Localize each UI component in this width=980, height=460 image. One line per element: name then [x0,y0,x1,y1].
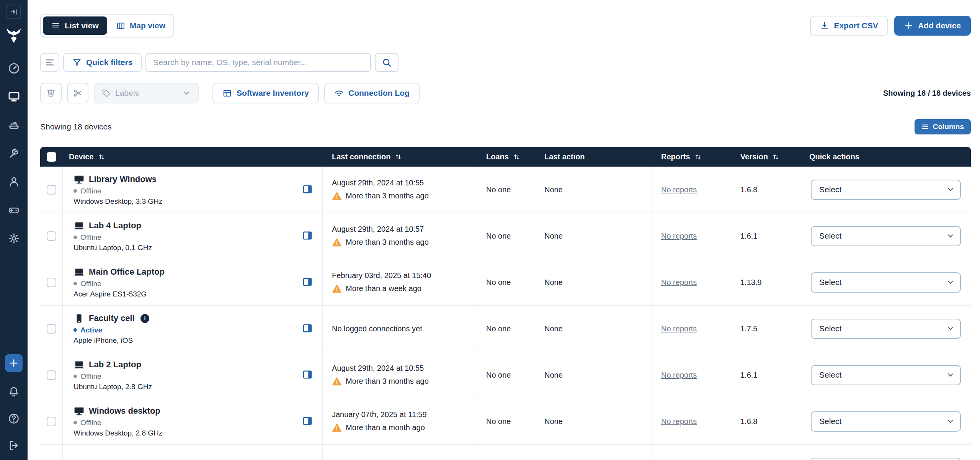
info-icon[interactable]: i [140,314,149,323]
row-checkbox[interactable] [47,370,56,380]
last-connection-date: January 07th, 2025 at 11:59 [332,410,427,419]
list-view-button[interactable]: List view [43,16,107,35]
open-side-panel-button[interactable] [302,230,313,242]
row-checkbox[interactable] [47,278,56,287]
reports-link[interactable]: No reports [661,371,697,380]
row-checkbox[interactable] [47,324,56,334]
quick-actions-select[interactable]: Select [811,365,961,385]
status-label: Offline [80,233,101,242]
open-side-panel-button[interactable] [302,369,313,381]
column-header-device[interactable]: Device [63,152,323,161]
column-header-last-connection[interactable]: Last connection [323,152,477,161]
device-subtitle: Ubuntu Laptop, 2.8 GHz [74,383,152,391]
desktop-icon [74,406,85,417]
device-name[interactable]: Main Office Laptop [89,267,165,277]
reports-link[interactable]: No reports [661,232,697,241]
quick-actions-cell: Select [800,306,971,352]
warning-text: More than 3 months ago [346,238,429,247]
panel-icon [302,323,313,334]
column-header-loans[interactable]: Loans [477,152,535,161]
sidebar-notifications-button[interactable] [7,385,21,399]
column-header-reports[interactable]: Reports [652,152,731,161]
select-all-checkbox[interactable] [47,152,56,162]
quick-actions-select[interactable]: Select [811,226,961,246]
export-csv-button[interactable]: Export CSV [810,16,888,36]
quick-actions-cell: Select [800,445,971,460]
laptop-icon [74,267,85,278]
column-label: Reports [661,152,690,161]
quick-actions-select[interactable]: Select [811,272,961,293]
last-connection-cell: August 29th, 2024 at 12:06 [323,445,477,460]
add-device-button[interactable]: Add device [894,16,971,36]
sidebar-add-button[interactable] [5,354,23,372]
device-name[interactable]: Lab 2 Laptop [89,360,141,370]
chevron-down-icon [946,232,955,240]
loans-cell: No one [477,167,535,213]
quick-filters-button[interactable]: Quick filters [63,53,142,72]
sidebar-item-dashboard[interactable] [7,61,21,75]
column-header-quick-actions: Quick actions [800,152,971,161]
collapse-sidebar-button[interactable] [7,5,21,19]
sort-icon [394,153,402,161]
status-dot-icon [74,421,77,424]
reports-link[interactable]: No reports [661,185,697,194]
device-status: Offline [74,187,101,195]
software-inventory-button[interactable]: Software Inventory [212,83,319,103]
search-input[interactable] [145,53,371,72]
column-header-version[interactable]: Version [731,152,800,161]
quick-actions-select[interactable]: Select [811,319,961,339]
sidebar-item-ship[interactable] [7,118,21,132]
map-view-button[interactable]: Map view [110,16,172,35]
reports-cell [652,445,731,460]
main-content: List view Map view Export CSV Add device [28,0,980,460]
sort-icon [772,153,780,161]
device-name[interactable]: Faculty cell [89,313,135,323]
status-dot-icon [74,189,77,193]
select-all-cell [40,152,63,162]
open-side-panel-button[interactable] [302,323,313,334]
sidebar-item-users[interactable] [7,175,21,188]
row-checkbox[interactable] [47,417,56,426]
reports-link[interactable]: No reports [661,324,697,333]
columns-button[interactable]: Columns [915,119,971,134]
device-subtitle: Apple iPhone, iOS [74,336,133,345]
row-checkbox[interactable] [47,185,56,195]
sidebar-logout-button[interactable] [7,439,21,452]
table-row: Lab 2 Laptop Offline Ubuntu Laptop, 2.8 … [40,352,971,398]
status-dot-icon [74,375,77,378]
cut-button[interactable] [67,83,88,103]
device-subtitle: Ubuntu Laptop, 0.1 GHz [74,244,152,252]
sidebar-item-devices[interactable] [7,90,21,103]
quick-actions-select[interactable]: Select [811,180,961,200]
device-status: Active [74,326,102,334]
sidebar-item-tools[interactable] [7,146,21,160]
chevron-down-icon [946,185,955,194]
reports-link[interactable]: No reports [661,417,697,426]
column-label: Device [69,152,94,161]
column-label: Last action [544,152,585,161]
device-name[interactable]: Lab 4 Laptop [89,221,141,231]
collapse-sidebar-icon [10,8,18,16]
open-side-panel-button[interactable] [302,416,313,427]
sidebar-help-button[interactable] [7,412,21,426]
quick-actions-cell: Select [800,259,971,305]
open-side-panel-button[interactable] [302,184,313,195]
quick-actions-select[interactable]: Select [811,458,961,460]
sidebar-item-gamepad[interactable] [7,203,21,217]
sidebar-item-settings[interactable] [7,231,21,245]
quick-actions-select[interactable]: Select [811,411,961,432]
connection-log-button[interactable]: Connection Log [324,83,420,103]
align-lines-icon [45,57,55,67]
add-device-label: Add device [918,21,961,30]
delete-button[interactable] [40,83,62,103]
device-name[interactable]: Library Windows [89,174,157,184]
reports-link[interactable]: No reports [661,278,697,287]
labels-dropdown: Labels [94,83,199,103]
table-grid-icon [222,88,232,98]
open-side-panel-button[interactable] [302,277,313,288]
search-button[interactable] [375,53,399,72]
device-status: Offline [74,372,101,381]
row-checkbox[interactable] [47,231,56,241]
device-name[interactable]: Windows desktop [89,406,160,416]
row-density-button[interactable] [40,53,59,72]
